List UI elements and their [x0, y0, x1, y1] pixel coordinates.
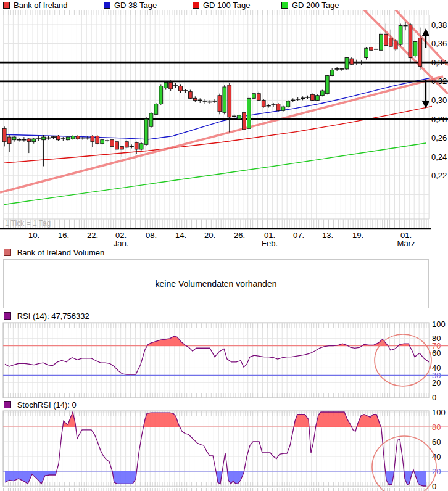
candlestick: [311, 94, 315, 101]
candle-body: [394, 41, 397, 49]
legend-item-1: GD 38 Tage: [104, 1, 157, 9]
candlestick: [154, 103, 158, 115]
legend-label: GD 200 Tage: [292, 1, 339, 10]
stochrsi-title: StochRSI (14): 0: [17, 400, 77, 410]
candle-body: [149, 113, 153, 126]
candlestick: [76, 135, 80, 140]
date-axis-label: 16.: [58, 231, 69, 240]
candlestick: [223, 85, 226, 114]
candle-body: [365, 48, 368, 57]
candlestick: [320, 90, 324, 97]
candlestick: [232, 114, 236, 118]
price-axis-label: 0,22: [431, 171, 447, 180]
indicator-axis-label: 100: [432, 410, 446, 417]
date-axis-label: 13.: [322, 231, 333, 240]
candle-body: [247, 98, 251, 128]
candle-body: [218, 96, 222, 112]
candlestick: [61, 137, 65, 141]
candlestick: [247, 96, 251, 131]
candlestick: [291, 98, 295, 102]
price-axis-label: 0,24: [431, 152, 447, 162]
indicator-axis-label: 100: [432, 321, 446, 329]
candlestick: [281, 106, 285, 112]
date-axis-sublabel: Feb.: [262, 239, 278, 247]
annotation-arrow-down-icon: [422, 80, 429, 109]
date-axis-label: 19.: [352, 231, 363, 240]
candle-body: [316, 96, 320, 101]
stochrsi-legend-icon: [4, 401, 11, 408]
indicator-axis-label: 20: [432, 378, 441, 387]
volume-empty-message: keine Volumendaten vorhanden: [156, 279, 277, 289]
candle-body: [115, 142, 119, 149]
candle-body: [135, 142, 138, 149]
candle-body: [238, 115, 241, 119]
candlestick: [173, 83, 178, 88]
candlestick: [101, 139, 104, 144]
candlestick: [149, 112, 153, 127]
candlestick: [271, 103, 275, 107]
candle-body: [42, 137, 46, 140]
date-axis-label: 10.: [28, 231, 39, 240]
legend-label: GD 38 Tage: [114, 1, 157, 10]
indicator-axis-label: 0: [432, 393, 436, 400]
candlestick: [212, 99, 217, 103]
candle-body: [120, 146, 124, 149]
candlestick: [409, 23, 412, 62]
candle-body: [159, 86, 163, 104]
price-axis-label: 0,38: [431, 20, 447, 30]
legend-item-2: GD 100 Tage: [193, 1, 250, 9]
candlestick: [301, 96, 305, 100]
price-axis-label: 0,36: [431, 39, 447, 48]
candle-body: [243, 112, 246, 130]
legend-item-0: Bank of Ireland: [3, 1, 67, 9]
candle-body: [91, 136, 94, 142]
arrow-head: [422, 28, 429, 36]
candle-body: [399, 26, 402, 45]
legend-swatch-icon: [3, 2, 10, 9]
candle-body: [125, 142, 128, 147]
candle-body: [418, 38, 422, 66]
candle-body: [311, 94, 315, 100]
candlestick: [183, 89, 188, 93]
candlestick: [267, 104, 271, 108]
candle-body: [252, 94, 255, 99]
candle-body: [144, 119, 148, 144]
candle-body: [56, 136, 60, 140]
candlestick: [354, 60, 359, 65]
candle-body: [32, 139, 36, 142]
date-axis-label: 20.: [204, 231, 215, 240]
oversold-fill: [112, 471, 136, 484]
candlestick: [71, 135, 75, 140]
candlestick: [345, 57, 349, 70]
overbought-fill: [316, 412, 352, 427]
candle-body: [188, 92, 192, 99]
candle-body: [110, 140, 114, 147]
rsi-panel: 1008070604030200: [0, 321, 448, 400]
stochrsi-header: StochRSI (14): 0: [4, 400, 77, 410]
legend-item-3: GD 200 Tage: [281, 1, 339, 9]
candlestick: [335, 67, 339, 71]
date-axis-label: 14.: [175, 231, 186, 240]
candlestick: [286, 100, 290, 107]
date-axis-label: 08.: [146, 231, 157, 240]
tick-footnote: 1 Tick = 1 Tag: [5, 219, 51, 228]
volume-header: Bank of Ireland Volumen: [4, 248, 104, 257]
candle-body: [101, 140, 104, 144]
candlestick: [36, 136, 41, 141]
candlestick: [96, 135, 99, 144]
candle-body: [286, 101, 290, 107]
candle-body: [262, 100, 265, 107]
candlestick: [325, 75, 329, 94]
candlestick: [66, 136, 70, 141]
legend-label: GD 100 Tage: [203, 1, 250, 10]
legend-swatch-icon: [104, 2, 110, 9]
price-axis-label: 0,30: [431, 96, 447, 105]
indicator-axis-label: 60: [432, 437, 441, 447]
candlestick: [370, 46, 373, 51]
candlestick: [316, 94, 320, 101]
legend-swatch-icon: [281, 2, 288, 9]
candle-body: [27, 139, 31, 142]
candle-body: [345, 58, 349, 69]
candle-body: [409, 25, 412, 58]
rsi-title: RSI (14): 47,756332: [17, 312, 89, 321]
